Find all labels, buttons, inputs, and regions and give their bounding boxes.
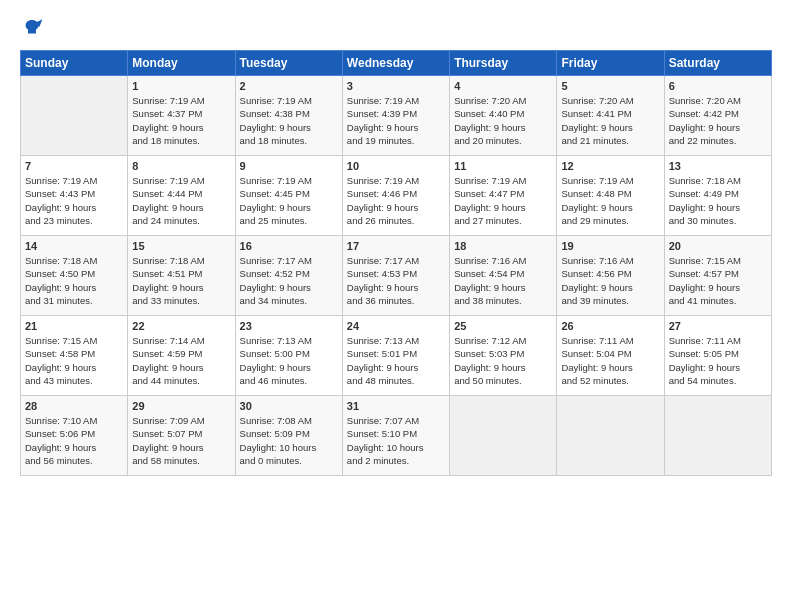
cell-info-line: Daylight: 9 hours (561, 281, 659, 294)
page-header (20, 16, 772, 40)
cell-info-line: and 21 minutes. (561, 134, 659, 147)
cell-info-line: Sunset: 4:53 PM (347, 267, 445, 280)
cell-info-line: Sunrise: 7:12 AM (454, 334, 552, 347)
cell-info-line: Sunset: 4:58 PM (25, 347, 123, 360)
cell-info-line: Sunset: 5:05 PM (669, 347, 767, 360)
day-number: 23 (240, 320, 338, 332)
cell-info-line: Sunrise: 7:16 AM (561, 254, 659, 267)
cell-info-line: Daylight: 9 hours (669, 281, 767, 294)
cell-info-line: and 27 minutes. (454, 214, 552, 227)
calendar-cell: 14Sunrise: 7:18 AMSunset: 4:50 PMDayligh… (21, 236, 128, 316)
cell-info-line: Sunset: 4:49 PM (669, 187, 767, 200)
cell-info-line: Daylight: 9 hours (240, 281, 338, 294)
cell-info-line: Sunrise: 7:19 AM (454, 174, 552, 187)
day-number: 21 (25, 320, 123, 332)
cell-info-line: and 25 minutes. (240, 214, 338, 227)
cell-info-line: Daylight: 9 hours (454, 361, 552, 374)
cell-info-line: Daylight: 9 hours (132, 361, 230, 374)
day-number: 20 (669, 240, 767, 252)
cell-info-line: Sunrise: 7:19 AM (347, 174, 445, 187)
calendar-table: SundayMondayTuesdayWednesdayThursdayFrid… (20, 50, 772, 476)
cell-info-line: Daylight: 9 hours (454, 201, 552, 214)
cell-info-line: Sunrise: 7:20 AM (669, 94, 767, 107)
day-number: 14 (25, 240, 123, 252)
cell-info-line: and 22 minutes. (669, 134, 767, 147)
calendar-week-row: 14Sunrise: 7:18 AMSunset: 4:50 PMDayligh… (21, 236, 772, 316)
cell-info-line: Sunset: 4:56 PM (561, 267, 659, 280)
cell-info-line: Sunrise: 7:19 AM (240, 94, 338, 107)
cell-info-line: Daylight: 9 hours (132, 121, 230, 134)
cell-info-line: and 23 minutes. (25, 214, 123, 227)
cell-info-line: and 20 minutes. (454, 134, 552, 147)
cell-info-line: Daylight: 9 hours (561, 201, 659, 214)
cell-info-line: Sunset: 5:04 PM (561, 347, 659, 360)
calendar-cell: 8Sunrise: 7:19 AMSunset: 4:44 PMDaylight… (128, 156, 235, 236)
cell-info-line: Sunset: 4:52 PM (240, 267, 338, 280)
cell-info-line: Daylight: 9 hours (561, 361, 659, 374)
day-number: 18 (454, 240, 552, 252)
calendar-cell: 11Sunrise: 7:19 AMSunset: 4:47 PMDayligh… (450, 156, 557, 236)
cell-info-line: Sunset: 4:59 PM (132, 347, 230, 360)
cell-info-line: Sunset: 4:40 PM (454, 107, 552, 120)
logo-icon (20, 16, 44, 40)
calendar-cell: 9Sunrise: 7:19 AMSunset: 4:45 PMDaylight… (235, 156, 342, 236)
day-number: 17 (347, 240, 445, 252)
cell-info-line: and 24 minutes. (132, 214, 230, 227)
cell-info-line: Sunrise: 7:14 AM (132, 334, 230, 347)
calendar-cell: 27Sunrise: 7:11 AMSunset: 5:05 PMDayligh… (664, 316, 771, 396)
day-number: 19 (561, 240, 659, 252)
cell-info-line: and 18 minutes. (132, 134, 230, 147)
cell-info-line: Sunset: 4:54 PM (454, 267, 552, 280)
cell-info-line: and 30 minutes. (669, 214, 767, 227)
calendar-cell (450, 396, 557, 476)
calendar-cell: 3Sunrise: 7:19 AMSunset: 4:39 PMDaylight… (342, 76, 449, 156)
day-number: 5 (561, 80, 659, 92)
cell-info-line: Sunrise: 7:18 AM (132, 254, 230, 267)
calendar-cell: 5Sunrise: 7:20 AMSunset: 4:41 PMDaylight… (557, 76, 664, 156)
calendar-week-row: 7Sunrise: 7:19 AMSunset: 4:43 PMDaylight… (21, 156, 772, 236)
cell-info-line: Sunset: 4:45 PM (240, 187, 338, 200)
cell-info-line: and 58 minutes. (132, 454, 230, 467)
calendar-cell: 29Sunrise: 7:09 AMSunset: 5:07 PMDayligh… (128, 396, 235, 476)
cell-info-line: and 50 minutes. (454, 374, 552, 387)
cell-info-line: and 41 minutes. (669, 294, 767, 307)
cell-info-line: Sunrise: 7:07 AM (347, 414, 445, 427)
calendar-cell: 21Sunrise: 7:15 AMSunset: 4:58 PMDayligh… (21, 316, 128, 396)
cell-info-line: Sunrise: 7:19 AM (132, 94, 230, 107)
cell-info-line: Daylight: 9 hours (25, 201, 123, 214)
day-number: 12 (561, 160, 659, 172)
day-number: 22 (132, 320, 230, 332)
day-number: 4 (454, 80, 552, 92)
cell-info-line: Daylight: 9 hours (454, 281, 552, 294)
cell-info-line: and 34 minutes. (240, 294, 338, 307)
cell-info-line: and 52 minutes. (561, 374, 659, 387)
cell-info-line: Sunrise: 7:13 AM (347, 334, 445, 347)
cell-info-line: and 48 minutes. (347, 374, 445, 387)
cell-info-line: Sunset: 4:44 PM (132, 187, 230, 200)
calendar-cell: 25Sunrise: 7:12 AMSunset: 5:03 PMDayligh… (450, 316, 557, 396)
cell-info-line: Sunset: 4:41 PM (561, 107, 659, 120)
cell-info-line: Sunset: 4:47 PM (454, 187, 552, 200)
calendar-cell: 16Sunrise: 7:17 AMSunset: 4:52 PMDayligh… (235, 236, 342, 316)
cell-info-line: Daylight: 9 hours (347, 281, 445, 294)
cell-info-line: Sunset: 5:00 PM (240, 347, 338, 360)
cell-info-line: and 36 minutes. (347, 294, 445, 307)
calendar-cell: 12Sunrise: 7:19 AMSunset: 4:48 PMDayligh… (557, 156, 664, 236)
cell-info-line: Sunset: 5:01 PM (347, 347, 445, 360)
cell-info-line: Sunset: 5:09 PM (240, 427, 338, 440)
day-header-monday: Monday (128, 51, 235, 76)
cell-info-line: Sunset: 5:03 PM (454, 347, 552, 360)
cell-info-line: Sunset: 5:07 PM (132, 427, 230, 440)
cell-info-line: Sunrise: 7:17 AM (240, 254, 338, 267)
cell-info-line: and 0 minutes. (240, 454, 338, 467)
calendar-cell: 24Sunrise: 7:13 AMSunset: 5:01 PMDayligh… (342, 316, 449, 396)
calendar-cell: 23Sunrise: 7:13 AMSunset: 5:00 PMDayligh… (235, 316, 342, 396)
cell-info-line: and 2 minutes. (347, 454, 445, 467)
cell-info-line: and 44 minutes. (132, 374, 230, 387)
day-number: 15 (132, 240, 230, 252)
cell-info-line: Daylight: 9 hours (669, 121, 767, 134)
cell-info-line: Daylight: 9 hours (240, 121, 338, 134)
cell-info-line: Daylight: 9 hours (25, 361, 123, 374)
calendar-cell: 17Sunrise: 7:17 AMSunset: 4:53 PMDayligh… (342, 236, 449, 316)
cell-info-line: Sunset: 4:43 PM (25, 187, 123, 200)
